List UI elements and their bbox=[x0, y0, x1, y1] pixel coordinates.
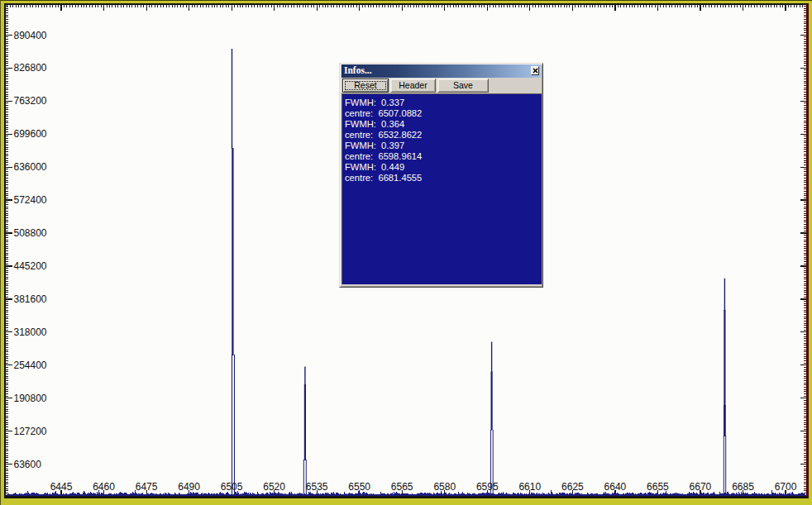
svg-text:6685: 6685 bbox=[732, 481, 754, 493]
svg-text:826800: 826800 bbox=[14, 62, 47, 74]
svg-text:6460: 6460 bbox=[93, 481, 115, 493]
svg-text:63600: 63600 bbox=[14, 459, 42, 470]
svg-text:6445: 6445 bbox=[50, 481, 73, 493]
svg-text:6535: 6535 bbox=[306, 481, 328, 493]
svg-text:318000: 318000 bbox=[14, 326, 47, 338]
svg-text:6595: 6595 bbox=[476, 481, 499, 493]
svg-text:763200: 763200 bbox=[14, 95, 47, 107]
svg-text:508800: 508800 bbox=[14, 227, 47, 239]
svg-text:699600: 699600 bbox=[14, 128, 47, 140]
svg-text:190800: 190800 bbox=[14, 393, 47, 404]
svg-text:6505: 6505 bbox=[221, 481, 243, 493]
svg-text:636000: 636000 bbox=[14, 161, 47, 173]
svg-text:254400: 254400 bbox=[14, 360, 47, 371]
svg-text:6655: 6655 bbox=[647, 481, 669, 493]
svg-text:6700: 6700 bbox=[775, 481, 797, 493]
svg-text:6475: 6475 bbox=[136, 481, 158, 493]
svg-text:6565: 6565 bbox=[391, 481, 413, 493]
svg-text:6610: 6610 bbox=[518, 481, 541, 493]
svg-text:890400: 890400 bbox=[14, 30, 47, 41]
svg-text:6490: 6490 bbox=[178, 481, 200, 493]
svg-text:381600: 381600 bbox=[14, 293, 47, 305]
svg-text:6625: 6625 bbox=[561, 481, 584, 493]
svg-text:6670: 6670 bbox=[690, 481, 712, 493]
svg-text:6550: 6550 bbox=[348, 481, 370, 493]
svg-text:572400: 572400 bbox=[14, 194, 47, 206]
svg-text:127200: 127200 bbox=[14, 426, 47, 437]
svg-text:6640: 6640 bbox=[604, 481, 627, 493]
svg-text:6580: 6580 bbox=[433, 481, 456, 493]
svg-text:6520: 6520 bbox=[263, 481, 285, 493]
svg-text:445200: 445200 bbox=[14, 260, 47, 272]
